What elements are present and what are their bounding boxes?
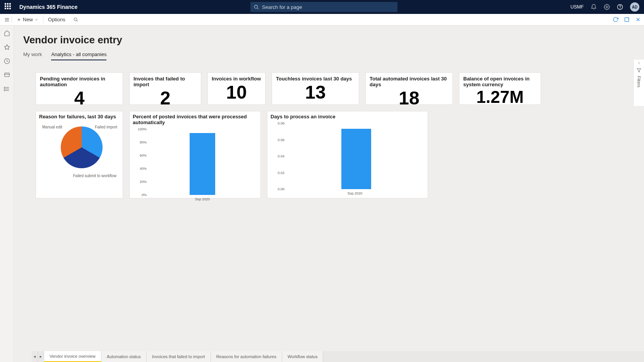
svg-point-23 <box>4 89 4 89</box>
chevron-left-icon <box>637 61 641 65</box>
bar <box>341 129 371 189</box>
svg-point-2 <box>606 6 608 8</box>
bar1-xlabel: Sep 2020 <box>150 197 255 201</box>
svg-rect-12 <box>625 18 629 22</box>
tab-my-work[interactable]: My work <box>23 51 42 60</box>
svg-point-3 <box>617 4 622 9</box>
company-code[interactable]: USMF <box>570 4 584 10</box>
new-button[interactable]: New <box>13 14 42 25</box>
chart-row: Reason for failures, last 30 days Manual… <box>36 111 629 198</box>
search-icon <box>73 17 78 22</box>
star-icon[interactable] <box>4 44 10 50</box>
report-tab-failure-reasons[interactable]: Reasons for automation failures <box>211 351 282 362</box>
close-icon[interactable] <box>635 17 641 22</box>
bar <box>190 133 215 195</box>
svg-marker-25 <box>637 69 641 72</box>
report-tab-automation-status[interactable]: Automation status <box>101 351 147 362</box>
user-avatar[interactable]: AD <box>630 2 639 12</box>
report-tab-overview[interactable]: Vendor invoice overview <box>44 351 101 362</box>
svg-point-22 <box>4 87 4 87</box>
kpi-row: Pending vendor invoices in automation 4 … <box>36 72 629 105</box>
svg-marker-15 <box>4 44 9 50</box>
chart-days-to-process[interactable]: Days to process an invoice 0.08 0.06 0.0… <box>267 111 428 198</box>
refresh-icon[interactable] <box>613 17 618 22</box>
search-icon <box>253 4 259 10</box>
pie-label-failed-import: Failed import <box>95 125 117 129</box>
global-header: Dynamics 365 Finance Search for a page U… <box>0 0 644 14</box>
app-launcher-icon[interactable] <box>5 3 12 11</box>
chevron-down-icon <box>34 18 38 22</box>
chart-failure-reasons[interactable]: Reason for failures, last 30 days Manual… <box>36 111 123 198</box>
tab-analytics[interactable]: Analytics - all companies <box>51 51 106 60</box>
report-tab-failed-import[interactable]: Invoices that failed to import <box>147 351 211 362</box>
svg-point-4 <box>620 8 620 9</box>
kpi-in-workflow[interactable]: Invoices in workflow 10 <box>207 72 265 105</box>
workspace-main: Vendor invoice entry My work Analytics -… <box>14 26 644 362</box>
workspace-icon[interactable] <box>4 72 10 78</box>
report-tab-workflow-status[interactable]: Workflow status <box>282 351 323 362</box>
kpi-touchless[interactable]: Touchless invoices last 30 days 13 <box>272 72 359 105</box>
kpi-failed-import[interactable]: Invoices that failed to import 2 <box>129 72 201 105</box>
page-title: Vendor invoice entry <box>23 34 635 46</box>
report-tabs: ◄ ► Vendor invoice overview Automation s… <box>32 351 644 362</box>
kpi-open-balance[interactable]: Balance of open invoices in system curre… <box>459 72 541 105</box>
global-search[interactable]: Search for a page <box>250 2 397 12</box>
popout-icon[interactable] <box>624 17 630 22</box>
svg-rect-17 <box>5 73 9 77</box>
command-bar: New Options <box>0 14 644 26</box>
settings-icon[interactable] <box>604 4 610 10</box>
svg-point-0 <box>254 5 257 8</box>
modules-icon[interactable] <box>4 86 10 92</box>
svg-line-1 <box>257 8 259 9</box>
page-tabs: My work Analytics - all companies <box>23 51 635 61</box>
kpi-pending-automation[interactable]: Pending vendor invoices in automation 4 <box>36 72 123 105</box>
report-tab-prev[interactable]: ◄ <box>32 351 38 362</box>
search-placeholder: Search for a page <box>262 4 302 10</box>
pie-label-failed-submit: Failed submit to workflow <box>73 174 116 178</box>
svg-point-24 <box>4 90 4 90</box>
left-navigation-rail <box>0 26 14 362</box>
recent-icon[interactable] <box>4 58 10 64</box>
pie-chart <box>61 126 103 168</box>
svg-line-11 <box>77 20 77 21</box>
svg-point-10 <box>74 18 77 21</box>
home-icon[interactable] <box>4 30 10 36</box>
report-tab-next[interactable]: ► <box>38 351 44 362</box>
page-search-button[interactable] <box>69 14 82 25</box>
pie-label-manual: Manual edit <box>42 125 62 129</box>
options-button[interactable]: Options <box>44 14 69 25</box>
help-icon[interactable] <box>617 4 623 10</box>
chart-percent-automated[interactable]: Percent of posted invoices that were pro… <box>129 111 261 198</box>
kpi-total-automated[interactable]: Total automated invoices last 30 days 18 <box>365 72 453 105</box>
product-name: Dynamics 365 Finance <box>19 4 77 10</box>
plus-icon <box>17 17 21 22</box>
filter-icon <box>637 68 641 73</box>
notification-icon[interactable] <box>591 4 597 10</box>
bar2-xlabel: Sep 2020 <box>288 191 422 195</box>
filters-pane-toggle[interactable]: Filters <box>633 60 644 106</box>
nav-toggle-icon[interactable] <box>3 17 11 22</box>
